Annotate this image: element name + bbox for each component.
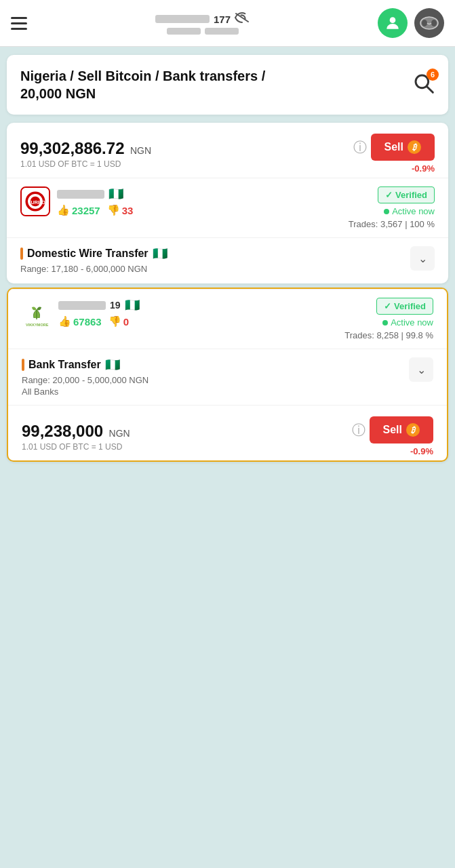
eye-slash-icon[interactable] [235,12,250,26]
payment-flag-2: 🇳🇬 [105,357,120,372]
seller-name-row-2: 19 🇳🇬 [58,298,140,313]
seller-row-2: VIKKYMORE 19 🇳🇬 👍 67863 👎 0 [8,289,447,349]
svg-point-2 [422,20,427,26]
seller-ratings-2: 👍 67863 👎 0 [58,315,140,328]
price-rate-1: 1.01 USD OF BTC = 1 USD [20,159,151,169]
trade-left-2: Bank Transfer 🇳🇬 Range: 20,000 - 5,000,0… [22,357,149,397]
header-center: 177 [155,12,250,35]
active-dot-1 [384,209,389,214]
price-row-1: 99,302,886.72 NGN 1.01 USD OF BTC = 1 US… [7,123,448,178]
info-icon-2[interactable]: ⓘ [352,421,365,439]
payment-method-1: Domestic Wire Transfer 🇳🇬 [20,246,167,261]
balance-blurred [155,15,210,23]
active-status-2: Active now [382,317,433,328]
sell-button-1[interactable]: Sell ₿ [371,134,435,161]
price-rate-2: 1.01 USD OF BTC = 1 USD [22,442,130,452]
expand-button-1[interactable]: ⌄ [410,246,435,271]
svg-point-0 [390,17,396,23]
seller-flag-1: 🇳🇬 [108,186,123,201]
user-avatar-button[interactable] [378,8,408,38]
price-left-1: 99,302,886.72 NGN 1.01 USD OF BTC = 1 US… [20,139,151,169]
active-dot-2 [382,320,388,326]
seller-flag-2: 🇳🇬 [125,298,140,313]
thumbs-down-icon-2: 👎 [108,315,121,328]
svg-point-3 [431,20,437,26]
seller-name-blurred-1 [57,190,104,199]
search-badge: 6 [427,68,439,81]
active-status-1: Active now [384,206,435,216]
price-right-1: ⓘ Sell ₿ -0.9% [353,134,435,174]
payment-method-2: Bank Transfer 🇳🇬 [22,357,149,372]
orange-bar-1 [20,248,23,260]
header-right-icons [378,8,444,38]
price-right-2: ⓘ Sell ₿ -0.9% [352,416,433,456]
search-filter-card: Nigeria / Sell Bitcoin / Bank transfers … [7,55,448,115]
trade-details-row-1: Domestic Wire Transfer 🇳🇬 Range: 17,180 … [7,237,448,283]
trades-text-1: Trades: 3,567 | 100 % [349,219,435,229]
seller-left-1: TURBO 🇳🇬 👍 23257 👎 33 [20,186,133,216]
verified-badge-1: ✓ Verified [378,186,435,203]
trade-details-row-2: Bank Transfer 🇳🇬 Range: 20,000 - 5,000,0… [8,349,447,405]
trade-left-1: Domestic Wire Transfer 🇳🇬 Range: 17,180 … [20,246,167,275]
seller-right-1: ✓ Verified Active now Trades: 3,567 | 10… [349,186,435,229]
seller-logo-1: TURBO [20,186,50,216]
rating-up-2: 👍 67863 [58,315,102,328]
svg-line-5 [427,87,433,93]
price-row-2: 99,238,000 NGN 1.01 USD OF BTC = 1 USD ⓘ… [8,405,447,460]
price-left-2: 99,238,000 NGN 1.01 USD OF BTC = 1 USD [22,422,130,452]
range-text-1: Range: 17,180 - 6,000,000 NGN [20,264,167,274]
seller-left-2: VIKKYMORE 19 🇳🇬 👍 67863 👎 0 [22,298,140,328]
mask-avatar-button[interactable] [414,8,444,38]
search-title: Nigeria / Sell Bitcoin / Bank transfers … [20,67,305,102]
svg-text:VIKKYMORE: VIKKYMORE [26,323,49,327]
thumbs-down-icon-1: 👎 [107,204,120,216]
btc-icon-1: ₿ [408,140,421,154]
sub-balance-blurred2 [205,28,239,35]
listing-card-1: 99,302,886.72 NGN 1.01 USD OF BTC = 1 US… [7,123,448,283]
seller-info-2: 19 🇳🇬 👍 67863 👎 0 [58,298,140,328]
expand-button-2[interactable]: ⌄ [409,357,433,382]
banks-text-2: All Banks [22,387,149,397]
sell-button-2[interactable]: Sell ₿ [370,416,433,443]
seller-number-2: 19 [110,300,121,311]
listing-card-2: VIKKYMORE 19 🇳🇬 👍 67863 👎 0 [7,288,448,462]
balance-count: 177 [214,14,231,25]
range-text-2: Range: 20,000 - 5,000,000 NGN [22,375,149,385]
discount-text-1: -0.9% [412,163,435,174]
price-currency-1: NGN [130,145,151,156]
seller-name-blurred-2 [58,301,106,310]
payment-flag-1: 🇳🇬 [153,246,167,261]
hamburger-menu[interactable] [11,17,27,30]
info-icon-1[interactable]: ⓘ [353,138,367,157]
btc-icon-2: ₿ [406,423,420,437]
price-currency-2: NGN [109,428,130,439]
seller-row-1: TURBO 🇳🇬 👍 23257 👎 33 [7,178,448,237]
price-amount-2: 99,238,000 [22,422,103,440]
sub-balance-blurred [167,28,201,35]
seller-right-2: ✓ Verified Active now Trades: 8,258 | 99… [344,298,433,340]
seller-logo-2: VIKKYMORE [22,298,52,328]
discount-text-2: -0.9% [410,446,433,456]
search-icon-button[interactable]: 6 [413,73,435,97]
rating-down-1: 👎 33 [107,204,134,216]
seller-name-row-1: 🇳🇬 [57,186,133,201]
trades-text-2: Trades: 8,258 | 99.8 % [344,330,433,340]
thumbs-up-icon-1: 👍 [57,204,70,216]
price-amount-1: 99,302,886.72 [20,139,124,157]
header: 177 [0,0,455,47]
orange-bar-2 [22,359,24,371]
rating-down-2: 👎 0 [108,315,129,328]
seller-info-1: 🇳🇬 👍 23257 👎 33 [57,186,133,216]
svg-text:TURBO: TURBO [28,199,45,205]
thumbs-up-icon-2: 👍 [58,315,71,328]
rating-up-1: 👍 23257 [57,204,100,216]
seller-ratings-1: 👍 23257 👎 33 [57,204,133,216]
verified-badge-2: ✓ Verified [376,298,433,315]
